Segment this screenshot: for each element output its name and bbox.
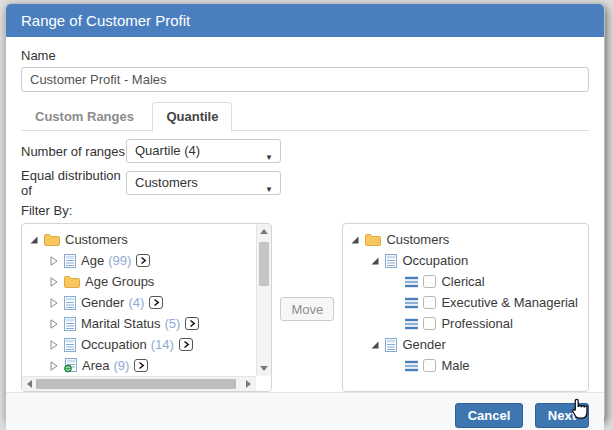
selected-tree-panel: CustomersOccupationClericalExecutive & M… xyxy=(342,223,589,392)
drill-arrow-icon[interactable] xyxy=(134,359,148,372)
range-dialog: Range of Customer Profit Name Custom Ran… xyxy=(5,3,605,421)
scroll-right-icon[interactable] xyxy=(246,380,251,388)
tree-row[interactable]: Male xyxy=(350,355,584,376)
equal-distribution-label: Equal distribution of xyxy=(21,168,126,198)
tree-item-label[interactable]: Marital Status xyxy=(81,316,160,331)
attribute-icon xyxy=(64,317,76,331)
dialog-title: Range of Customer Profit xyxy=(6,4,604,37)
tree-item-label[interactable]: Age Groups xyxy=(85,274,154,289)
tree-row[interactable]: Age Groups xyxy=(29,271,256,292)
expander-expanded-icon[interactable] xyxy=(370,340,381,350)
tab-quantile[interactable]: Quantile xyxy=(152,102,232,132)
tree-row[interactable]: Customers xyxy=(350,229,584,250)
expander-collapsed-icon[interactable] xyxy=(49,319,60,329)
item-count: (99) xyxy=(108,253,131,268)
horizontal-scrollbar[interactable] xyxy=(22,376,256,391)
selected-value: Customers xyxy=(135,175,198,190)
tree-row[interactable]: Gender(4) xyxy=(29,292,256,313)
member-checkbox[interactable] xyxy=(423,296,436,309)
tab-bar: Custom Ranges Quantile xyxy=(21,101,589,131)
drill-arrow-icon[interactable] xyxy=(179,338,193,351)
folder-icon xyxy=(44,233,60,246)
selected-value: Quartile (4) xyxy=(135,143,200,158)
tree-item-label[interactable]: Age xyxy=(81,253,104,268)
source-tree: CustomersAge(99)Age GroupsGender(4)Marit… xyxy=(22,224,256,376)
horizontal-scroll-thumb[interactable] xyxy=(36,379,236,389)
attribute-icon xyxy=(64,338,76,352)
number-of-ranges-row: Number of ranges Quartile (4) ▼ xyxy=(21,139,589,163)
tree-row[interactable]: Occupation xyxy=(350,250,584,271)
chevron-down-icon: ▼ xyxy=(265,147,273,169)
tree-item-label[interactable]: Customers xyxy=(65,232,128,247)
number-of-ranges-select[interactable]: Quartile (4) ▼ xyxy=(126,139,281,163)
folder-icon xyxy=(64,275,80,288)
tree-item-label[interactable]: Executive & Managerial xyxy=(441,295,578,310)
tree-item-label[interactable]: Gender xyxy=(81,295,124,310)
member-icon xyxy=(405,297,418,309)
number-of-ranges-label: Number of ranges xyxy=(21,144,126,159)
equal-distribution-select[interactable]: Customers ▼ xyxy=(126,171,281,195)
vertical-scroll-thumb[interactable] xyxy=(259,242,269,286)
tree-row[interactable]: Clerical xyxy=(350,271,584,292)
tree-item-label[interactable]: Area xyxy=(82,358,109,373)
member-icon xyxy=(405,276,418,288)
cancel-button[interactable]: Cancel xyxy=(455,403,524,428)
expander-collapsed-icon[interactable] xyxy=(49,256,60,266)
tree-item-label[interactable]: Occupation xyxy=(81,337,147,352)
filter-by-label: Filter By: xyxy=(21,203,589,218)
tree-row[interactable]: Age(99) xyxy=(29,250,256,271)
tree-item-label[interactable]: Clerical xyxy=(441,274,484,289)
attribute-icon xyxy=(64,254,76,268)
expander-collapsed-icon[interactable] xyxy=(49,361,60,371)
item-count: (4) xyxy=(128,295,144,310)
tree-item-label[interactable]: Customers xyxy=(386,232,449,247)
member-checkbox[interactable] xyxy=(423,275,436,288)
expander-collapsed-icon[interactable] xyxy=(49,277,60,287)
scroll-down-icon[interactable] xyxy=(260,366,268,371)
expander-collapsed-icon[interactable] xyxy=(49,340,60,350)
tree-row[interactable]: Marital Status(5) xyxy=(29,313,256,334)
tab-custom-ranges[interactable]: Custom Ranges xyxy=(21,102,148,132)
drill-arrow-icon[interactable] xyxy=(149,296,163,309)
item-count: (5) xyxy=(164,316,180,331)
source-tree-panel: CustomersAge(99)Age GroupsGender(4)Marit… xyxy=(21,223,272,392)
tree-item-label[interactable]: Occupation xyxy=(402,253,468,268)
folder-icon xyxy=(365,233,381,246)
tree-row[interactable]: Gender xyxy=(350,334,584,355)
scroll-left-icon[interactable] xyxy=(27,380,32,388)
scrollbar-corner xyxy=(256,376,271,391)
tree-row[interactable]: Executive & Managerial xyxy=(350,292,584,313)
expander-expanded-icon[interactable] xyxy=(29,235,40,245)
drill-arrow-icon[interactable] xyxy=(185,317,199,330)
attribute-icon xyxy=(385,338,397,352)
expander-expanded-icon[interactable] xyxy=(370,256,381,266)
vertical-scrollbar[interactable] xyxy=(256,224,271,376)
item-count: (9) xyxy=(113,358,129,373)
drill-arrow-icon[interactable] xyxy=(136,254,150,267)
item-count: (14) xyxy=(151,337,174,352)
tree-item-label[interactable]: Gender xyxy=(402,337,445,352)
member-checkbox[interactable] xyxy=(423,359,436,372)
tree-row[interactable]: Area(9) xyxy=(29,355,256,376)
move-button[interactable]: Move xyxy=(280,297,334,321)
filter-panels: CustomersAge(99)Age GroupsGender(4)Marit… xyxy=(21,223,589,392)
tree-row[interactable]: Customers xyxy=(29,229,256,250)
expander-expanded-icon[interactable] xyxy=(350,235,361,245)
tree-item-label[interactable]: Professional xyxy=(441,316,513,331)
geo-attribute-icon xyxy=(64,358,77,373)
name-input[interactable] xyxy=(21,67,589,92)
member-icon xyxy=(405,360,418,372)
tree-row[interactable]: Professional xyxy=(350,313,584,334)
scroll-up-icon[interactable] xyxy=(260,229,268,234)
dialog-body: Name Custom Ranges Quantile Number of ra… xyxy=(6,37,604,392)
tree-row[interactable]: Occupation(14) xyxy=(29,334,256,355)
attribute-icon xyxy=(385,254,397,268)
move-column: Move xyxy=(272,223,342,392)
name-label: Name xyxy=(21,48,589,63)
tree-item-label[interactable]: Male xyxy=(441,358,469,373)
expander-collapsed-icon[interactable] xyxy=(49,298,60,308)
chevron-down-icon: ▼ xyxy=(265,179,273,201)
equal-distribution-row: Equal distribution of Customers ▼ xyxy=(21,171,589,195)
member-checkbox[interactable] xyxy=(423,317,436,330)
cursor-pointer-icon xyxy=(567,396,589,422)
